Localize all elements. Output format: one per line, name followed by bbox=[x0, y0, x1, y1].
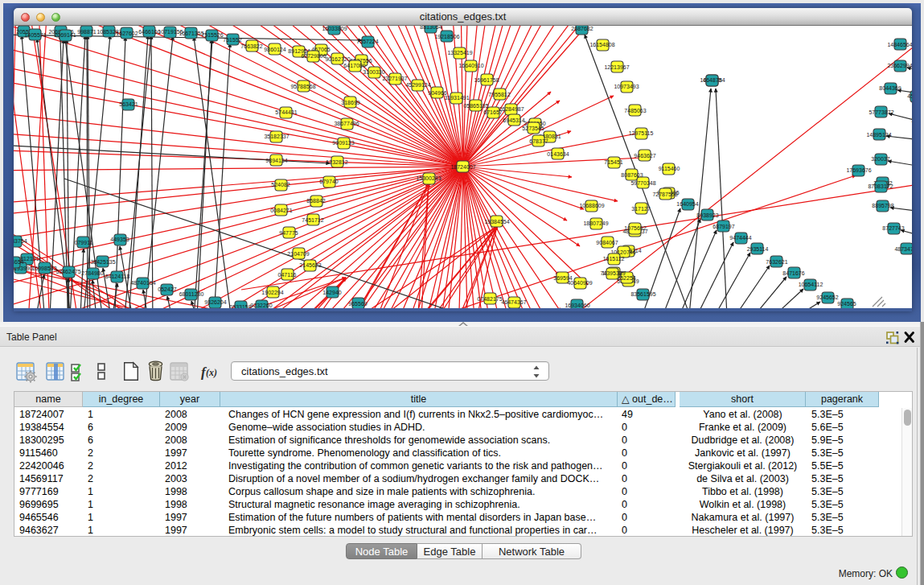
svg-text:16998543: 16998543 bbox=[31, 266, 56, 271]
svg-text:(x): (x) bbox=[206, 367, 217, 378]
svg-text:751552: 751552 bbox=[223, 37, 241, 43]
svg-text:2069141: 2069141 bbox=[54, 32, 76, 38]
svg-text:0733754: 0733754 bbox=[14, 238, 27, 244]
svg-text:8895798: 8895798 bbox=[872, 203, 893, 208]
svg-text:46474367: 46474367 bbox=[501, 299, 526, 305]
svg-text:524082: 524082 bbox=[271, 182, 290, 187]
svg-text:57773872: 57773872 bbox=[869, 109, 893, 115]
svg-text:40640909: 40640909 bbox=[567, 280, 592, 286]
svg-text:07482175: 07482175 bbox=[477, 296, 502, 302]
svg-text:53462475: 53462475 bbox=[55, 269, 80, 274]
svg-text:7485063: 7485063 bbox=[624, 108, 646, 113]
svg-text:563421: 563421 bbox=[119, 101, 138, 107]
svg-text:6945314: 6945314 bbox=[503, 117, 524, 123]
svg-text:142940: 142940 bbox=[322, 290, 341, 295]
svg-text:455812: 455812 bbox=[907, 93, 912, 99]
svg-text:9860124: 9860124 bbox=[264, 47, 285, 52]
svg-text:84124118: 84124118 bbox=[105, 274, 130, 279]
svg-text:23662994: 23662994 bbox=[887, 63, 912, 68]
svg-text:7663822: 7663822 bbox=[240, 43, 262, 49]
svg-text:9084067: 9084067 bbox=[596, 240, 618, 245]
svg-text:8471676: 8471676 bbox=[782, 270, 804, 276]
svg-text:1902294: 1902294 bbox=[261, 290, 283, 295]
svg-text:6417080: 6417080 bbox=[343, 63, 365, 68]
svg-text:72787558: 72787558 bbox=[652, 192, 677, 197]
svg-text:3100330: 3100330 bbox=[363, 69, 384, 75]
svg-text:303654: 303654 bbox=[14, 259, 24, 265]
svg-text:87083172: 87083172 bbox=[868, 183, 893, 189]
svg-text:26284987: 26284987 bbox=[499, 106, 524, 112]
svg-text:10973493: 10973493 bbox=[614, 84, 639, 89]
svg-text:679740: 679740 bbox=[319, 179, 338, 184]
svg-text:7451712: 7451712 bbox=[302, 217, 323, 223]
svg-text:1075692: 1075692 bbox=[624, 225, 646, 231]
svg-text:35182337: 35182337 bbox=[264, 134, 289, 139]
svg-text:0533158: 0533158 bbox=[229, 304, 251, 308]
svg-text:74395339: 74395339 bbox=[600, 270, 625, 276]
svg-text:362316: 362316 bbox=[911, 117, 912, 123]
svg-text:7632621: 7632621 bbox=[766, 259, 787, 265]
svg-text:16961758: 16961758 bbox=[474, 77, 499, 83]
svg-text:9894134: 9894134 bbox=[265, 158, 287, 163]
svg-text:1232812: 1232812 bbox=[326, 159, 347, 165]
svg-text:320037: 320037 bbox=[871, 156, 889, 162]
svg-text:9474444: 9474444 bbox=[729, 235, 751, 241]
svg-text:05865185: 05865185 bbox=[463, 103, 488, 109]
svg-text:19218506: 19218506 bbox=[434, 34, 459, 39]
svg-text:1640954: 1640954 bbox=[676, 201, 698, 207]
svg-text:68011280: 68011280 bbox=[179, 291, 204, 297]
svg-text:678377: 678377 bbox=[529, 138, 548, 144]
svg-text:8727743: 8727743 bbox=[882, 225, 904, 231]
svg-text:31931491: 31931491 bbox=[444, 95, 469, 101]
svg-text:9245652: 9245652 bbox=[816, 295, 838, 300]
svg-text:16640910: 16640910 bbox=[458, 63, 483, 68]
svg-text:317127: 317127 bbox=[631, 206, 650, 212]
svg-text:5273545: 5273545 bbox=[522, 126, 544, 131]
svg-text:252254: 252254 bbox=[617, 275, 635, 281]
svg-text:9826204: 9826204 bbox=[204, 299, 226, 305]
svg-text:947775: 947775 bbox=[279, 230, 298, 236]
svg-text:16934060: 16934060 bbox=[565, 303, 589, 308]
svg-text:59770348: 59770348 bbox=[630, 180, 655, 186]
svg-text:318699: 318699 bbox=[341, 100, 359, 105]
svg-text:10654112: 10654112 bbox=[799, 282, 823, 287]
svg-text:9232260: 9232260 bbox=[250, 303, 272, 308]
svg-text:38425135: 38425135 bbox=[90, 259, 115, 265]
svg-text:83561595: 83561595 bbox=[630, 291, 655, 297]
svg-text:62729806: 62729806 bbox=[301, 53, 326, 59]
svg-text:1405571: 1405571 bbox=[24, 32, 46, 38]
svg-text:38677496: 38677496 bbox=[334, 121, 359, 126]
svg-text:23271937: 23271937 bbox=[382, 76, 407, 81]
svg-text:12975115: 12975115 bbox=[629, 130, 654, 136]
svg-text:1615112: 1615112 bbox=[603, 256, 625, 262]
svg-text:90162720: 90162720 bbox=[325, 56, 350, 62]
svg-text:48734714: 48734714 bbox=[894, 246, 912, 252]
svg-text:19384554: 19384554 bbox=[484, 219, 509, 225]
svg-text:2784980: 2784980 bbox=[81, 270, 103, 276]
svg-text:2935114: 2935114 bbox=[747, 246, 769, 252]
svg-text:16033809: 16033809 bbox=[322, 26, 347, 31]
svg-text:14846564: 14846564 bbox=[887, 42, 912, 47]
svg-text:16671355: 16671355 bbox=[179, 31, 203, 36]
svg-text:9463627: 9463627 bbox=[634, 153, 655, 159]
svg-text:95788568: 95788568 bbox=[290, 84, 315, 89]
svg-text:18724007: 18724007 bbox=[450, 164, 475, 170]
svg-text:2687682: 2687682 bbox=[571, 26, 593, 31]
svg-text:0143634: 0143634 bbox=[547, 151, 569, 157]
svg-text:6879197: 6879197 bbox=[713, 224, 734, 229]
svg-text:9909133: 9909133 bbox=[332, 140, 354, 146]
svg-text:998871: 998871 bbox=[77, 29, 96, 35]
svg-text:924565: 924565 bbox=[837, 301, 856, 307]
svg-text:0084271: 0084271 bbox=[270, 208, 292, 213]
svg-text:15300243: 15300243 bbox=[416, 175, 441, 181]
svg-text:17693676: 17693676 bbox=[846, 167, 871, 173]
svg-text:715451: 715451 bbox=[604, 159, 622, 165]
svg-text:2104709: 2104709 bbox=[287, 251, 309, 257]
svg-text:047116: 047116 bbox=[278, 272, 297, 278]
svg-text:9115460: 9115460 bbox=[659, 166, 680, 171]
svg-text:16648784: 16648784 bbox=[700, 77, 725, 83]
svg-text:965569: 965569 bbox=[348, 301, 367, 307]
svg-text:12213967: 12213967 bbox=[604, 64, 629, 70]
svg-text:2145623: 2145623 bbox=[299, 262, 321, 268]
svg-text:13325419: 13325419 bbox=[447, 50, 472, 56]
